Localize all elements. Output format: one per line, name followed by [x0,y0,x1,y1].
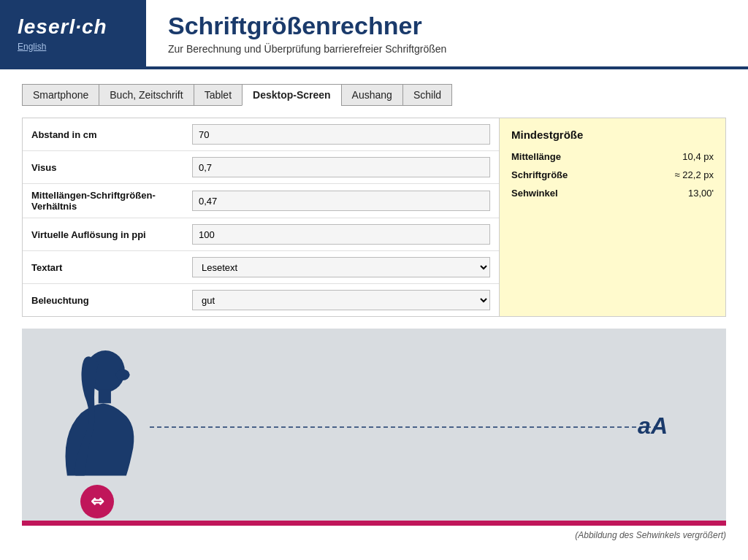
tab-bar: Smartphone Buch, Zeitschrift Tablet Desk… [22,84,726,106]
results-section: Mindestgröße Mittellänge 10,4 px Schrift… [499,118,725,316]
header: leserl·ch English Schriftgrößenrechner Z… [0,0,748,69]
label-mittellaengen: Mittellängen-Schriftgrößen-Verhältnis [31,190,192,212]
tab-aushang[interactable]: Aushang [341,84,402,106]
input-abstand[interactable] [192,124,490,145]
form-row-aufloesung: Virtuelle Auflösung in ppi [23,218,499,251]
results-row-mittellaenge: Mittellänge 10,4 px [511,151,714,162]
label-aufloesung: Virtuelle Auflösung in ppi [31,229,192,240]
label-visus: Visus [31,162,192,173]
tab-buch[interactable]: Buch, Zeitschrift [99,84,193,106]
page-title: Schriftgrößenrechner [168,12,446,40]
tab-smartphone[interactable]: Smartphone [22,84,99,106]
form-results-area: Abstand in cm Visus Mittellängen-Schrift… [22,118,726,317]
tab-schild[interactable]: Schild [402,84,452,106]
dashed-line-svg [22,329,726,526]
results-title: Mindestgröße [511,129,714,141]
form-row-visus: Visus [23,151,499,184]
page-subtitle: Zur Berechnung und Überprüfung barrieref… [168,43,446,55]
arrow-button[interactable]: ⇔ [80,485,114,518]
results-label-mittellaenge: Mittellänge [511,151,561,162]
label-textart: Textart [31,262,192,273]
results-value-mittellaenge: 10,4 px [682,151,714,162]
form-section: Abstand in cm Visus Mittellängen-Schrift… [23,118,499,316]
aa-label: aA [638,413,668,440]
bottom-pink-bar [22,521,726,526]
input-mittellaengen[interactable] [192,191,490,211]
results-row-schriftgroesse: Schriftgröße ≈ 22,2 px [511,169,714,180]
input-visus[interactable] [192,157,490,177]
select-beleuchtung[interactable]: gut mittel schlecht [192,290,490,310]
input-aufloesung[interactable] [192,224,490,245]
tab-desktop[interactable]: Desktop-Screen [242,84,341,106]
language-switch[interactable]: English [18,42,129,52]
results-value-schriftgroesse: ≈ 22,2 px [675,169,714,180]
logo: leserl·ch [18,15,129,39]
form-row-abstand: Abstand in cm [23,118,499,151]
results-value-sehwinkel: 13,00' [688,188,714,199]
label-abstand: Abstand in cm [31,129,192,140]
tab-tablet[interactable]: Tablet [194,84,242,106]
header-title-area: Schriftgrößenrechner Zur Berechnung und … [146,0,468,66]
results-label-sehwinkel: Sehwinkel [511,188,558,199]
label-beleuchtung: Beleuchtung [31,295,192,306]
form-row-mittellaengen: Mittellängen-Schriftgrößen-Verhältnis [23,184,499,218]
bottom-note: (Abbildung des Sehwinkels vergrößert) [22,526,726,540]
illustration-area: aA ⇔ [22,329,726,526]
form-row-beleuchtung: Beleuchtung gut mittel schlecht [23,284,499,316]
form-row-textart: Textart Lesetext Überschrift Fließtext [23,251,499,284]
logo-area: leserl·ch English [0,0,146,66]
results-row-sehwinkel: Sehwinkel 13,00' [511,188,714,199]
results-label-schriftgroesse: Schriftgröße [511,169,568,180]
main-content: Smartphone Buch, Zeitschrift Tablet Desk… [0,69,748,540]
select-textart[interactable]: Lesetext Überschrift Fließtext [192,257,490,277]
